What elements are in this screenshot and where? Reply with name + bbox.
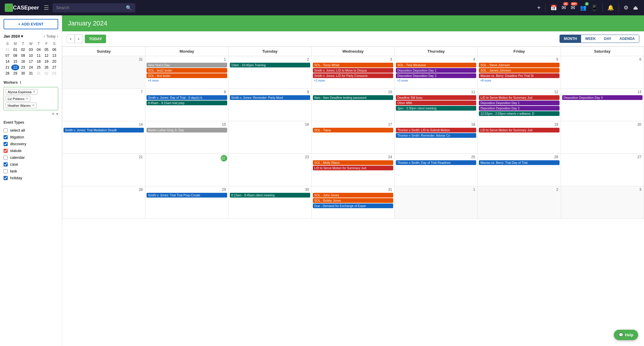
cal-event[interactable]: Smith v. Jones: Day of Trial - 0 day(s) … [147,95,227,100]
mini-cal-today[interactable]: Today [46,34,56,38]
mini-cal-day[interactable]: 19 [43,59,50,64]
cal-event[interactable]: SOL - James Johnson [479,68,559,73]
mini-cal-day[interactable]: 22 [11,64,19,70]
mini-cal-day[interactable]: 30 [19,70,27,76]
worker-dropdown-btn[interactable]: ▾ [56,111,58,116]
cal-event[interactable]: SOL - Torey Whild [313,63,393,67]
add-event-button[interactable]: + ADD EVENT [4,19,58,29]
mini-cal-day[interactable]: 18 [35,59,43,64]
cal-event[interactable]: Deposition Deposition Day 2 [479,106,559,111]
cal-event[interactable]: Deposition Deposition Day 3 [562,95,643,100]
help-button[interactable]: 💬 Help [614,330,638,340]
cal-cell[interactable]: 7 [62,89,145,121]
mini-cal-day[interactable]: 17 [27,59,35,64]
cal-event[interactable]: L/D to Serve Motion for Summary Jud [479,128,559,132]
cal-more-link[interactable]: +8 more [479,79,559,83]
mini-cal-day[interactable]: 28 [4,70,11,76]
event-type-item[interactable]: discovery [4,140,58,147]
cal-cell[interactable]: 1 [395,186,478,219]
mini-cal-day[interactable]: 12 [43,53,50,59]
mini-cal-next[interactable]: › [57,34,58,38]
mini-cal-day[interactable]: 31 [27,70,35,76]
event-type-checkbox[interactable] [4,169,8,173]
cal-event[interactable]: Deposition Deposition Day 1 [479,101,559,105]
logout-icon[interactable]: ⏏ [632,3,639,12]
cal-event[interactable]: New Year's Day [147,63,227,67]
cal-prev-btn[interactable]: ‹ [67,34,75,43]
cal-cell[interactable]: 13Deposition Deposition Day 3 [561,89,644,121]
mini-cal-day[interactable]: 11 [35,53,43,59]
hamburger-icon[interactable]: ☰ [44,4,49,11]
cal-event[interactable]: 10am - 10:45pm Training [230,63,310,67]
mini-cal-day[interactable]: 20 [51,59,58,64]
mini-cal-day[interactable]: 08 [11,53,19,59]
cal-cell[interactable]: 6 [561,56,644,89]
cal-cell[interactable]: 1New Year's DaySOL - test2 testerSOL - t… [145,56,228,89]
mini-cal-day[interactable]: 07 [4,53,11,59]
event-type-item[interactable]: case [4,161,58,168]
cal-cell[interactable]: 22 [145,154,228,186]
cal-event[interactable]: Thorton v Smith: Day of Trial Readines [396,160,476,165]
cal-cell[interactable]: 20 [561,121,644,154]
cal-event[interactable]: Deadline SM busy [396,95,476,100]
mini-cal-day[interactable]: 31 [4,47,11,53]
cal-cell[interactable]: 23 [229,154,312,186]
cal-event[interactable]: Due - Demand for Exchange of Exper [313,203,393,208]
cal-cell[interactable]: 2 [478,186,561,219]
cal-event[interactable]: Smith v. Jones: Trial Trial Prep-Create [147,193,227,198]
mini-cal-day[interactable]: 05 [43,47,50,53]
cal-event[interactable]: Deposition Deposition Day 1 [396,68,476,73]
event-type-checkbox[interactable] [4,128,8,132]
mini-cal-day[interactable]: 24 [27,64,35,70]
mini-cal-day[interactable]: 02 [43,70,50,76]
cal-event[interactable]: SOL - John Jones [313,193,393,198]
mobile-icon[interactable]: 📱 [590,3,599,12]
cal-cell[interactable]: 3 [561,186,644,219]
mini-cal-day[interactable]: 06 [51,47,58,53]
cal-cell[interactable]: 8Smith v. Jones: Day of Trial - 0 day(s)… [145,89,228,121]
cal-event[interactable]: L/D to Serve Motion for Summary Jud [479,95,559,100]
calendar-icon[interactable]: 📅 [549,3,558,12]
worker-tag-remove[interactable]: ✕ [26,97,28,101]
cal-event[interactable]: 8:45am - 9:15am trial prep [147,101,227,105]
cal-cell[interactable]: 18Thorton v Smith: L/D to Submit MotionT… [395,121,478,154]
cal-event[interactable]: SOL - test tester [147,73,227,78]
cal-cell[interactable]: 5SOL - Steve JohnsonSOL - James JohnsonM… [478,56,561,89]
cal-cell[interactable]: 21 [62,154,145,186]
cal-cell[interactable]: 29Smith v. Jones: Trial Trial Prep-Creat… [145,186,228,219]
plus-icon[interactable]: + [536,3,542,12]
cal-cell[interactable]: 15Martin Luther King Jr. Day [145,121,228,154]
cal-event[interactable]: 3pm - 3:30pm client meeting [396,106,476,111]
mini-cal-prev[interactable]: ‹ [44,34,45,38]
cal-next-btn[interactable]: › [75,34,83,43]
cal-event[interactable]: SOL - Molly Rileys [313,160,393,165]
mini-cal-day[interactable]: 15 [11,59,19,64]
mini-cal-day[interactable]: 01 [35,70,43,76]
mail1-icon[interactable]: ✉ 42 [560,3,567,12]
cal-cell[interactable]: 210am - 10:45pm Training [229,56,312,89]
mini-cal-day[interactable]: 09 [19,53,27,59]
mini-cal-day[interactable]: 01 [11,47,19,53]
view-tab-month[interactable]: MONTH [560,35,581,43]
mini-cal-month[interactable]: Jan 2024 ▾ [4,34,23,38]
mini-cal-day[interactable]: 16 [19,59,27,64]
cal-cell[interactable]: 108am - 9am Deadline testing password [312,89,395,121]
view-tab-agenda[interactable]: AGENDA [615,35,639,43]
cal-cell[interactable]: 12L/D to Serve Motion for Summary JudDep… [478,89,561,121]
mini-cal-day[interactable]: 14 [4,59,11,64]
event-type-checkbox[interactable] [4,142,8,146]
cal-event[interactable]: 12:03pm - 2:03pm roberts v williams: D [479,111,559,116]
cal-more-link[interactable]: +2 more [313,79,393,83]
cal-event[interactable]: SOL - Tina Westveer [396,63,476,67]
cal-event[interactable]: SOL - test2 tester [147,68,227,73]
cal-more-link[interactable]: +4 more [147,79,227,83]
cal-cell[interactable]: 308:15am - 8:45am client meeting [229,186,312,219]
view-tab-week[interactable]: WEEK [581,35,600,43]
cal-cell[interactable]: 25Thorton v Smith: Day of Trial Readines [395,154,478,186]
settings-icon[interactable]: ⚙ [622,3,630,12]
cal-today-btn[interactable]: TODAY [85,35,106,43]
mini-cal-day[interactable]: 02 [19,47,27,53]
event-type-item[interactable]: calendar [4,154,58,161]
event-type-item[interactable]: task [4,168,58,174]
cal-cell[interactable]: 3SOL - Torey WhildSmith v. Jones: L/D to… [312,56,395,89]
